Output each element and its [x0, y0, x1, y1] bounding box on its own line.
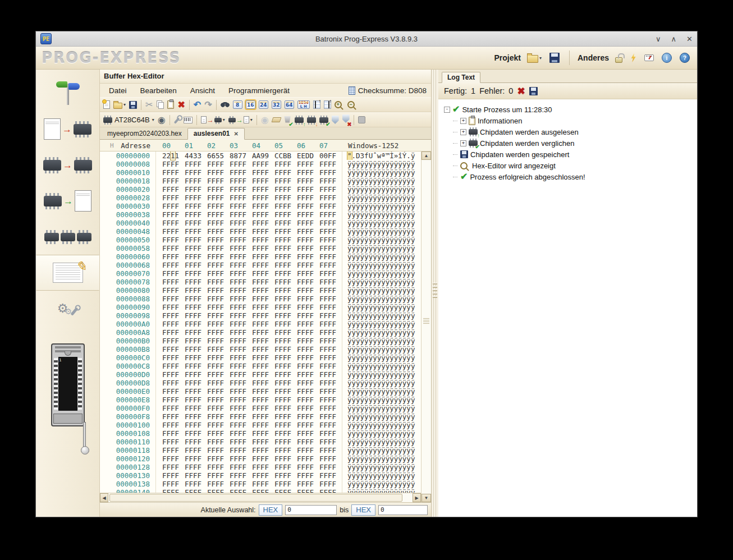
read-chip-button[interactable]: →▾	[227, 114, 254, 126]
hex-row[interactable]: 000000C0FFFFFFFFFFFFFFFFFFFFFFFFFFFFFFFF…	[100, 354, 421, 362]
undo-button[interactable]: ↶	[193, 99, 202, 111]
scroll-right-icon[interactable]: ▶	[413, 493, 421, 502]
view-8-button[interactable]: 8	[232, 99, 244, 111]
hex-row[interactable]: 000000F0FFFFFFFFFFFFFFFFFFFFFFFFFFFFFFFF…	[100, 404, 421, 412]
menu-datei[interactable]: Datei	[109, 86, 127, 95]
hex-row[interactable]: 00000080FFFFFFFFFFFFFFFFFFFFFFFFFFFFFFFF…	[100, 286, 421, 295]
hex-row[interactable]: 00000078FFFFFFFFFFFFFFFFFFFFFFFFFFFFFFFF…	[100, 278, 421, 286]
view-16-button[interactable]: 16	[245, 99, 256, 111]
menu-programmiergeraet[interactable]: Programmiergerät	[228, 86, 290, 95]
wrench-button[interactable]	[173, 114, 181, 126]
hex-row[interactable]: 000000F8FFFFFFFFFFFFFFFFFFFFFFFFFFFFFFFF…	[100, 412, 421, 421]
view-24-button[interactable]: 24	[258, 99, 269, 111]
help-button[interactable]: ?	[678, 52, 691, 64]
open-button[interactable]: ▾	[112, 99, 127, 111]
sidebar-start-assistant[interactable]	[36, 75, 99, 111]
hex-row[interactable]: 000000B8FFFFFFFFFFFFFFFFFFFFFFFFFFFFFFFF…	[100, 345, 421, 354]
log-informationen[interactable]: +Informationen	[444, 115, 697, 126]
hex-row[interactable]: 00000118FFFFFFFFFFFFFFFFFFFFFFFFFFFFFFFF…	[100, 446, 421, 455]
selection-from-input[interactable]	[285, 505, 337, 515]
hex-row[interactable]: 000000D0FFFFFFFFFFFFFFFFFFFFFFFFFFFFFFFF…	[100, 370, 421, 379]
insert-column-left-button[interactable]: ↑	[312, 99, 322, 111]
unlock-button[interactable]	[613, 52, 624, 64]
log-gespeichert[interactable]: Chipdaten werden gespeichert	[444, 149, 697, 160]
panel-splitter[interactable]	[432, 70, 438, 517]
save-button[interactable]	[128, 99, 138, 111]
hex-row[interactable]: 000000B0FFFFFFFFFFFFFFFFFFFFFFFFFFFFFFFF…	[100, 337, 421, 345]
search-button[interactable]	[219, 99, 231, 111]
unprotect-button[interactable]: ✖	[341, 114, 351, 126]
tab-myeeprom[interactable]: myeeprom20240203.hex	[102, 128, 187, 139]
vertical-scrollbar[interactable]: ▲ ▼	[421, 152, 431, 502]
hscroll-thumb[interactable]	[109, 494, 402, 502]
hex-row[interactable]: 00000068FFFFFFFFFFFFFFFFFFFFFFFFFFFFFFFF…	[100, 261, 421, 269]
tab-log-text[interactable]: Log Text	[442, 72, 480, 83]
hex-row[interactable]: 00000088FFFFFFFFFFFFFFFFFFFFFFFFFFFFFFFF…	[100, 295, 421, 303]
tree-expander-icon[interactable]: +	[460, 118, 466, 124]
new-button[interactable]	[102, 99, 111, 111]
write-chip-button[interactable]: →▾	[200, 114, 226, 126]
delete-button[interactable]: ✖	[176, 99, 186, 111]
tree-expander-icon[interactable]: -	[444, 107, 450, 113]
splitter-grip[interactable]	[433, 280, 437, 301]
maximize-icon[interactable]: ∧	[671, 35, 677, 43]
log-verglichen[interactable]: +✔Chipdaten werden verglichen	[444, 137, 697, 149]
selection-to-input[interactable]	[378, 505, 428, 515]
hex-rows[interactable]: 000000002211443366558877AA99CCBBEEDD00FF…	[100, 152, 421, 493]
hex-row[interactable]: 00000060FFFFFFFFFFFFFFFFFFFFFFFFFFFFFFFF…	[100, 253, 421, 261]
protect-button[interactable]	[331, 114, 340, 126]
copy-button[interactable]	[155, 99, 165, 111]
hex-row[interactable]: 000000A8FFFFFFFFFFFFFFFFFFFFFFFFFFFFFFFF…	[100, 328, 421, 337]
hex-row[interactable]: 00000138FFFFFFFFFFFFFFFFFFFFFFFFFFFFFFFF…	[100, 480, 421, 488]
tab-auslesen01[interactable]: auslesen01✕	[187, 128, 245, 140]
fingerprint-disabled-button[interactable]: ◉	[260, 114, 270, 126]
hex-row[interactable]: 00000048FFFFFFFFFFFFFFFFFFFFFFFFFFFFFFFF…	[100, 227, 421, 236]
quick-actions-button[interactable]	[629, 52, 638, 63]
hex-row[interactable]: 000000E8FFFFFFFFFFFFFFFFFFFFFFFFFFFFFFFF…	[100, 396, 421, 404]
hex-row[interactable]: 00000140FFFFFFFFFFFFFFFFFFFFFFFFFFFFFFFF…	[100, 488, 421, 493]
hex-row[interactable]: 00000110FFFFFFFFFFFFFFFFFFFFFFFFFFFFFFFF…	[100, 438, 421, 446]
open-project-button[interactable]: ▾	[525, 52, 543, 64]
hex-row[interactable]: 00000090FFFFFFFFFFFFFFFFFFFFFFFFFFFFFFFF…	[100, 303, 421, 311]
log-start[interactable]: -✔Starte Prozess um 11:28:30	[444, 104, 697, 115]
hex-row[interactable]: 00000020FFFFFFFFFFFFFFFFFFFFFFFFFFFFFFFF…	[100, 185, 421, 194]
hex-row[interactable]: 00000070FFFFFFFFFFFFFFFFFFFFFFFFFFFFFFFF…	[100, 269, 421, 278]
blank-check-button[interactable]: ✔	[283, 114, 292, 126]
menu-ansicht[interactable]: Ansicht	[190, 86, 215, 95]
hex-row[interactable]: 00000128FFFFFFFFFFFFFFFFFFFFFFFFFFFFFFFF…	[100, 463, 421, 471]
hex-row[interactable]: 00000018FFFFFFFFFFFFFFFFFFFFFFFFFFFFFFFF…	[100, 177, 421, 185]
insert-column-right-button[interactable]: ↑	[323, 99, 332, 111]
verify-button[interactable]: ✔	[318, 114, 329, 126]
view-lh-button[interactable]: 1234L H	[296, 99, 311, 111]
hex-row[interactable]: 000000A0FFFFFFFFFFFFFFFFFFFFFFFFFFFFFFFF…	[100, 320, 421, 328]
paste-button[interactable]	[166, 99, 175, 111]
barcode-button[interactable]	[182, 114, 194, 126]
hex-row[interactable]: 00000100FFFFFFFFFFFFFFFFFFFFFFFFFFFFFFFF…	[100, 421, 421, 429]
sidebar-multi-program[interactable]	[36, 219, 99, 255]
hex-row[interactable]: 00000120FFFFFFFFFFFFFFFFFFFFFFFFFFFFFFFF…	[100, 455, 421, 463]
sidebar-read-chip[interactable]: →	[36, 183, 99, 219]
read-button[interactable]: ↓	[306, 114, 317, 126]
hex-row[interactable]: 000000002211443366558877AA99CCBBEEDD00FF…	[100, 152, 421, 160]
hex-row[interactable]: 00000008FFFFFFFFFFFFFFFFFFFFFFFFFFFFFFFF…	[100, 160, 421, 168]
cut-button[interactable]: ✂	[144, 99, 154, 111]
sidebar-program-chip[interactable]: →	[36, 111, 99, 147]
chip-select[interactable]: AT28C64B▾	[102, 114, 155, 126]
program-button[interactable]: ↑	[294, 114, 305, 126]
info-button[interactable]: i	[660, 52, 674, 64]
hex-row[interactable]: 00000038FFFFFFFFFFFFFFFFFFFFFFFFFFFFFFFF…	[100, 210, 421, 219]
scroll-left-icon[interactable]: ◀	[100, 493, 108, 502]
scroll-up-icon[interactable]: ▲	[422, 152, 431, 160]
hex-row[interactable]: 000000E0FFFFFFFFFFFFFFFFFFFFFFFFFFFFFFFF…	[100, 387, 421, 396]
zoom-out-button[interactable]: −	[346, 99, 358, 111]
close-icon[interactable]: ✕	[686, 35, 693, 43]
hex-row[interactable]: 00000108FFFFFFFFFFFFFFFFFFFFFFFFFFFFFFFF…	[100, 429, 421, 438]
hex-row[interactable]: 00000028FFFFFFFFFFFFFFFFFFFFFFFFFFFFFFFF…	[100, 194, 421, 202]
vscroll-grip[interactable]	[423, 314, 429, 328]
redo-button[interactable]: ↷	[203, 99, 213, 111]
hex-row[interactable]: 00000040FFFFFFFFFFFFFFFFFFFFFFFFFFFFFFFF…	[100, 219, 421, 227]
sidebar-copy-chip[interactable]: →	[36, 147, 99, 183]
hex-row[interactable]: 00000050FFFFFFFFFFFFFFFFFFFFFFFFFFFFFFFF…	[100, 236, 421, 244]
view-64-button[interactable]: 64	[283, 99, 295, 111]
zoom-in-button[interactable]: +	[333, 99, 345, 111]
